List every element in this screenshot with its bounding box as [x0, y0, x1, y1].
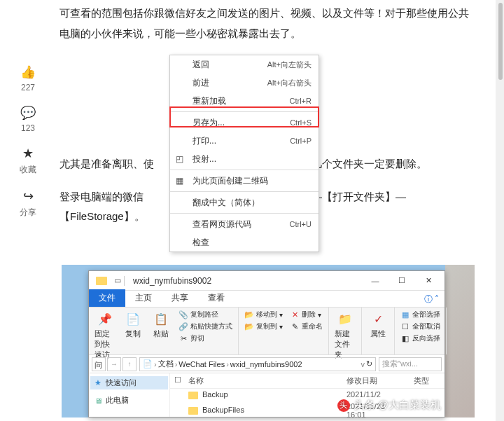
paste-shortcut-button[interactable]: 🔗粘贴快捷方式	[177, 321, 234, 332]
copy-button[interactable]: 📄复制	[121, 309, 145, 340]
hdr-type: 类型	[410, 373, 444, 388]
breadcrumb-seg[interactable]: 文档	[158, 359, 174, 369]
ctx-item[interactable]: 检查	[170, 233, 318, 251]
breadcrumb-seg[interactable]: wxid_nymfubins9002	[230, 360, 302, 368]
page-scrollbar[interactable]	[496, 0, 504, 421]
ctx-item[interactable]: 前进Alt+向右箭头	[170, 74, 318, 92]
nav-up-button[interactable]: ↑	[122, 357, 136, 371]
scroll-thumb[interactable]	[498, 3, 503, 80]
paste-button[interactable]: 📋粘贴	[149, 309, 173, 340]
article-actions-sidebar: 👍 227 💬 123 ★ 收藏 ↪ 分享	[14, 64, 42, 219]
qat-icons: ▭	[114, 276, 121, 285]
context-menu: 返回Alt+向左箭头前进Alt+向右箭头重新加载Ctrl+R另存为...Ctrl…	[169, 55, 319, 252]
ctx-item[interactable]: 查看网页源代码Ctrl+U	[170, 215, 318, 233]
ctx-item[interactable]: 返回Alt+向左箭头	[170, 55, 318, 74]
minimize-button[interactable]: —	[362, 272, 388, 289]
ctx-item[interactable]: ▦为此页面创建二维码	[170, 172, 318, 190]
like-button[interactable]: 👍 227	[20, 64, 36, 92]
folder-glyph-icon: 📄	[143, 359, 153, 368]
tab-share[interactable]: 共享	[162, 289, 198, 307]
ribbon: 📌固定到快速访问 📄复制 📋粘贴 📎复制路径 🔗粘贴快捷方式 ✂剪切 📂移动到▾…	[89, 308, 444, 355]
search-input[interactable]: 搜索"wxi...	[379, 357, 442, 371]
watermark-logo-icon: 头	[337, 399, 350, 412]
ribbon-collapse-icon[interactable]: ⓘ ˄	[419, 292, 444, 307]
close-button[interactable]: ✕	[415, 272, 442, 289]
share-button[interactable]: ↪ 分享	[20, 188, 36, 219]
select-all-button[interactable]: ▦全部选择	[399, 309, 442, 320]
cut-button[interactable]: ✂剪切	[177, 333, 234, 344]
watermark: 头 头条 @大白菜装机	[337, 399, 441, 412]
copy-icon: 📄	[125, 310, 141, 327]
address-bar-row: ← → ↑ 📄 › 文档› WeChat Files› wxid_nymfubi…	[89, 355, 444, 373]
favorite-label: 收藏	[20, 164, 36, 176]
copy-path-button[interactable]: 📎复制路径	[177, 309, 234, 320]
pc-icon: 🖥	[93, 396, 103, 406]
comment-icon: 💬	[20, 105, 36, 120]
breadcrumb-seg[interactable]: WeChat Files	[178, 360, 225, 368]
new-folder-icon: 📁	[337, 310, 354, 327]
list-header[interactable]: ☐ 名称 修改日期 类型	[170, 373, 444, 389]
nav-back-button[interactable]: ←	[92, 357, 106, 371]
copy-to-button[interactable]: 📂复制到▾	[243, 321, 284, 332]
window-title: wxid_nymfubins9002	[133, 276, 362, 286]
folder-icon	[96, 277, 107, 285]
desktop-background	[445, 265, 475, 417]
properties-icon: ✓	[370, 310, 386, 327]
thumbs-up-icon: 👍	[20, 64, 36, 80]
pin-icon: 📌	[97, 310, 113, 327]
ctx-item[interactable]: 另存为...Ctrl+S	[170, 113, 318, 132]
ctx-item[interactable]: 打印...Ctrl+P	[170, 132, 318, 150]
delete-button[interactable]: ✕删除▾	[288, 309, 324, 320]
rename-button[interactable]: ✎重命名	[288, 321, 324, 332]
share-label: 分享	[20, 207, 36, 219]
nav-forward-button[interactable]: →	[107, 357, 121, 371]
titlebar[interactable]: ▭ wxid_nymfubins9002 — ☐ ✕	[89, 271, 444, 291]
maximize-button[interactable]: ☐	[388, 272, 415, 289]
watermark-text: 头条 @大白菜装机	[354, 399, 441, 412]
ctx-item[interactable]: 重新加载Ctrl+R	[170, 92, 318, 110]
ribbon-tabs: 文件 主页 共享 查看 ⓘ ˄	[89, 291, 444, 308]
comment-button[interactable]: 💬 123	[20, 105, 36, 133]
star-icon: ★	[93, 378, 103, 388]
select-none-button[interactable]: ☐全部取消	[399, 321, 442, 332]
tree-quick-access[interactable]: ★快速访问	[90, 376, 168, 389]
tab-view[interactable]: 查看	[198, 289, 234, 307]
paragraph-1: 可查看的范围包括你跟微信好友之间发送的图片、视频、以及文件等！对于那些使用公共电…	[59, 4, 472, 43]
like-count: 227	[21, 83, 35, 92]
nav-tree: ★快速访问 🖥此电脑	[89, 373, 170, 417]
ctx-item[interactable]: ◰投射...	[170, 150, 318, 168]
favorite-button[interactable]: ★ 收藏	[20, 146, 36, 176]
share-icon: ↪	[23, 188, 34, 204]
hdr-date: 修改日期	[342, 373, 410, 388]
tab-file[interactable]: 文件	[89, 289, 125, 307]
move-to-button[interactable]: 📂移动到▾	[243, 309, 284, 320]
properties-button[interactable]: ✓属性	[366, 309, 390, 340]
invert-selection-button[interactable]: ◧反向选择	[399, 333, 442, 344]
star-icon: ★	[22, 146, 34, 161]
ctx-item[interactable]: 翻成中文（简体）	[170, 193, 318, 212]
breadcrumb-bar[interactable]: 📄 › 文档› WeChat Files› wxid_nymfubins9002…	[139, 357, 376, 371]
tab-home[interactable]: 主页	[125, 289, 162, 307]
hdr-name: 名称	[184, 373, 342, 388]
new-folder-button[interactable]: 📁新建文件夹	[333, 309, 357, 361]
paste-icon: 📋	[153, 310, 169, 327]
tree-this-pc[interactable]: 🖥此电脑	[90, 394, 168, 407]
comment-count: 123	[21, 123, 35, 133]
file-explorer-window: ▭ wxid_nymfubins9002 — ☐ ✕ 文件 主页 共享 查看 ⓘ…	[88, 270, 445, 417]
explorer-screenshot: ▭ wxid_nymfubins9002 — ☐ ✕ 文件 主页 共享 查看 ⓘ…	[62, 265, 475, 417]
